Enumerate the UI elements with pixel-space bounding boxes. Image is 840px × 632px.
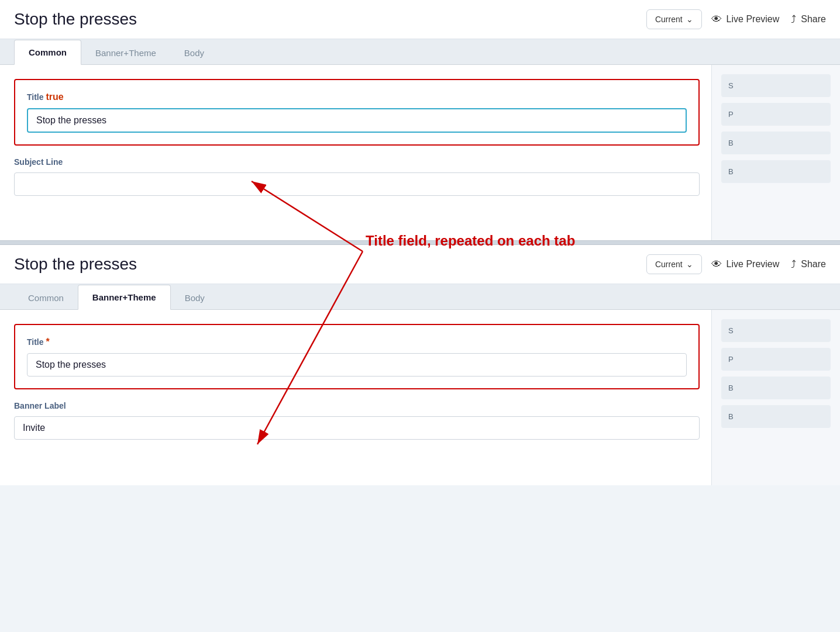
share-label: Share xyxy=(801,14,826,25)
live-preview-button[interactable]: 👁 Live Preview xyxy=(711,13,780,26)
bottom-version-dropdown[interactable]: Current ⌄ xyxy=(646,254,702,274)
version-dropdown[interactable]: Current ⌄ xyxy=(646,9,702,29)
top-panel: Stop the presses Current ⌄ 👁 Live Previe… xyxy=(0,0,840,240)
bottom-header-actions: 👁 Live Preview ⤴ Share xyxy=(711,258,826,271)
tab-common-bottom[interactable]: Common xyxy=(14,286,78,310)
bottom-right-sidebar: S P B B xyxy=(711,310,840,485)
bottom-panel: Stop the presses Current ⌄ 👁 Live Previe… xyxy=(0,245,840,485)
share-button[interactable]: ⤴ Share xyxy=(791,13,826,26)
title-label-bottom: Title * xyxy=(27,337,687,347)
title-field-box-top: Title true xyxy=(14,79,700,146)
bottom-chevron-down-icon: ⌄ xyxy=(686,260,693,269)
tab-banner-theme-top[interactable]: Banner+Theme xyxy=(81,41,170,65)
bottom-sidebar-item-3: B xyxy=(721,377,831,399)
bottom-sidebar-item-1: S xyxy=(721,319,831,342)
tab-body-top[interactable]: Body xyxy=(170,41,218,65)
title-field-box-bottom: Title * xyxy=(14,324,700,389)
top-tabs-bar: Common Banner+Theme Body xyxy=(0,39,840,65)
dropdown-label: Current xyxy=(655,15,683,24)
bottom-panel-content: Title * Banner Label S P B B xyxy=(0,310,840,485)
required-star-top: true xyxy=(46,92,64,102)
bottom-live-preview-label: Live Preview xyxy=(727,259,780,270)
banner-label-label: Banner Label xyxy=(14,401,700,410)
bottom-panel-header: Stop the presses Current ⌄ 👁 Live Previe… xyxy=(0,245,840,284)
header-actions: 👁 Live Preview ⤴ Share xyxy=(711,13,826,26)
bottom-share-label: Share xyxy=(801,259,826,270)
bottom-sidebar-item-4: B xyxy=(721,405,831,428)
sidebar-item-1: S xyxy=(721,74,831,97)
subject-line-section: Subject Line xyxy=(14,157,700,196)
bottom-page-title: Stop the presses xyxy=(14,255,637,274)
title-input-top[interactable] xyxy=(27,108,687,133)
title-label-top: Title true xyxy=(27,92,687,102)
tab-common-top[interactable]: Common xyxy=(14,40,81,65)
top-right-sidebar: S P B B xyxy=(711,65,840,240)
bottom-dropdown-label: Current xyxy=(655,260,683,269)
banner-label-section: Banner Label xyxy=(14,401,700,440)
bottom-share-icon: ⤴ xyxy=(791,258,796,271)
bottom-live-preview-button[interactable]: 👁 Live Preview xyxy=(711,258,780,271)
required-star-bottom: * xyxy=(46,337,50,347)
bottom-sidebar-item-2: P xyxy=(721,348,831,371)
page-title: Stop the presses xyxy=(14,10,637,29)
panel-separator xyxy=(0,240,840,245)
chevron-down-icon: ⌄ xyxy=(686,15,693,24)
sidebar-item-3: B xyxy=(721,132,831,154)
share-icon: ⤴ xyxy=(791,13,796,26)
title-input-bottom[interactable] xyxy=(27,353,687,377)
subject-line-label: Subject Line xyxy=(14,157,700,167)
page-wrapper: Stop the presses Current ⌄ 👁 Live Previe… xyxy=(0,0,840,485)
sidebar-item-4: B xyxy=(721,160,831,183)
banner-label-input[interactable] xyxy=(14,416,700,440)
tab-body-bottom[interactable]: Body xyxy=(171,286,219,310)
tab-banner-theme-bottom[interactable]: Banner+Theme xyxy=(78,285,171,310)
eye-icon: 👁 xyxy=(711,13,722,26)
top-panel-header: Stop the presses Current ⌄ 👁 Live Previe… xyxy=(0,0,840,39)
top-panel-content: Title true Subject Line S P B B xyxy=(0,65,840,240)
bottom-eye-icon: 👁 xyxy=(711,258,722,271)
live-preview-label: Live Preview xyxy=(727,14,780,25)
bottom-tabs-bar: Common Banner+Theme Body xyxy=(0,284,840,310)
bottom-share-button[interactable]: ⤴ Share xyxy=(791,258,826,271)
subject-line-input[interactable] xyxy=(14,172,700,196)
sidebar-item-2: P xyxy=(721,103,831,126)
